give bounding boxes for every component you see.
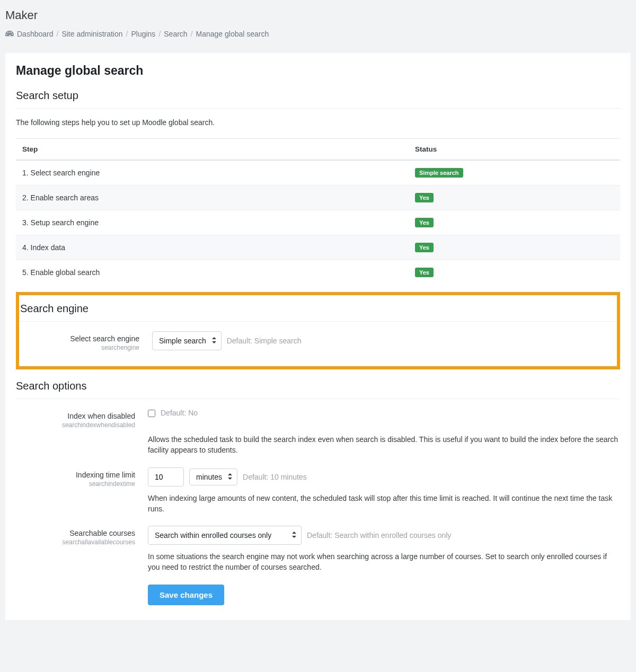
- status-badge: Yes: [415, 193, 434, 202]
- status-badge: Yes: [415, 243, 434, 252]
- search-engine-default: Default: Simple search: [227, 337, 302, 345]
- table-row: 2. Enable search areas Yes: [16, 185, 620, 210]
- divider: [16, 399, 620, 399]
- step-cell: 4. Index data: [16, 235, 409, 260]
- searchable-courses-id: searchallavailablecourses: [16, 538, 135, 546]
- section-search-setup-title: Search setup: [16, 90, 620, 102]
- status-badge: Yes: [415, 268, 434, 277]
- searchable-courses-select[interactable]: Search within enrolled courses only: [148, 526, 302, 545]
- time-limit-unit-select[interactable]: minutes: [189, 468, 237, 485]
- select-value: Simple search: [159, 337, 206, 345]
- page-title: Manage global search: [16, 64, 620, 78]
- select-value: Search within enrolled courses only: [155, 531, 271, 540]
- breadcrumb-item[interactable]: Plugins: [131, 30, 155, 38]
- breadcrumb-current: Manage global search: [196, 30, 269, 38]
- step-cell: 5. Enable global search: [16, 260, 409, 285]
- index-disabled-row: Index when disabled searchindexwhendisab…: [16, 409, 620, 429]
- index-disabled-id: searchindexwhendisabled: [16, 421, 135, 429]
- search-engine-row: Select search engine searchengine Simple…: [20, 331, 616, 351]
- chevron-updown-icon: [292, 531, 296, 540]
- search-engine-select[interactable]: Simple search: [152, 331, 222, 350]
- searchable-courses-default: Default: Search within enrolled courses …: [307, 531, 451, 540]
- step-cell: 3. Setup search engine: [16, 210, 409, 235]
- search-setup-intro: The following steps help you to set up M…: [16, 118, 620, 127]
- breadcrumb-item[interactable]: Search: [164, 30, 187, 38]
- index-disabled-default: Default: No: [161, 409, 198, 417]
- breadcrumb-separator: /: [158, 30, 161, 38]
- searchable-courses-label: Searchable courses: [16, 529, 135, 537]
- index-disabled-checkbox[interactable]: [148, 410, 155, 417]
- time-limit-label: Indexing time limit: [16, 471, 135, 479]
- chevron-updown-icon: [228, 473, 232, 481]
- time-limit-input[interactable]: [148, 467, 184, 487]
- search-engine-highlight: Search engine Select search engine searc…: [16, 292, 620, 369]
- step-cell: 1. Select search engine: [16, 160, 409, 185]
- search-engine-id: searchengine: [20, 344, 139, 351]
- chevron-updown-icon: [212, 337, 216, 345]
- time-limit-default: Default: 10 minutes: [243, 473, 307, 481]
- main-card: Manage global search Search setup The fo…: [5, 53, 631, 620]
- breadcrumb-separator: /: [57, 30, 59, 38]
- status-badge: Simple search: [415, 168, 463, 178]
- section-search-engine-title: Search engine: [20, 303, 616, 315]
- index-disabled-help: Allows the scheduled task to build the s…: [148, 434, 620, 456]
- table-header-step: Step: [16, 139, 409, 161]
- time-limit-id: searchindextime: [16, 480, 135, 488]
- site-title: Maker: [5, 8, 631, 22]
- table-row: 1. Select search engine Simple search: [16, 160, 620, 185]
- dashboard-icon: [5, 30, 14, 38]
- time-limit-row: Indexing time limit searchindextime minu…: [16, 467, 620, 488]
- table-row: 4. Index data Yes: [16, 235, 620, 260]
- step-cell: 2. Enable search areas: [16, 185, 409, 210]
- breadcrumb-separator: /: [126, 30, 128, 38]
- index-disabled-label: Index when disabled: [16, 412, 135, 420]
- breadcrumb: Dashboard / Site administration / Plugin…: [5, 30, 631, 38]
- breadcrumb-separator: /: [191, 30, 193, 38]
- breadcrumb-item[interactable]: Site administration: [61, 30, 122, 38]
- searchable-courses-row: Searchable courses searchallavailablecou…: [16, 526, 620, 546]
- save-changes-button[interactable]: Save changes: [148, 585, 224, 605]
- select-value: minutes: [196, 473, 222, 481]
- searchable-courses-help: In some situations the search engine may…: [148, 551, 620, 573]
- steps-table: Step Status 1. Select search engine Simp…: [16, 138, 620, 285]
- divider: [20, 321, 616, 322]
- breadcrumb-item[interactable]: Dashboard: [17, 30, 54, 38]
- table-row: 5. Enable global search Yes: [16, 260, 620, 285]
- search-engine-label: Select search engine: [20, 334, 139, 343]
- divider: [16, 108, 620, 109]
- section-search-options-title: Search options: [16, 380, 620, 392]
- time-limit-help: When indexing large amounts of new conte…: [148, 493, 620, 515]
- table-row: 3. Setup search engine Yes: [16, 210, 620, 235]
- table-header-status: Status: [409, 139, 620, 161]
- status-badge: Yes: [415, 218, 434, 227]
